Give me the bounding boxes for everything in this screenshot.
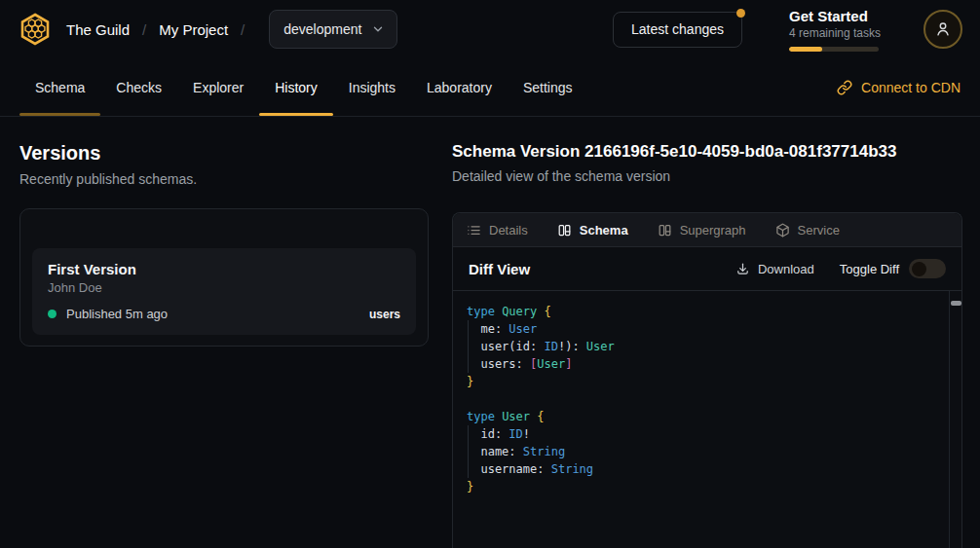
nav-tab-insights[interactable]: Insights (333, 58, 411, 116)
versions-list-card: First Version John Doe Published 5m ago … (19, 208, 429, 347)
versions-section: Versions Recently published schemas. Fir… (19, 142, 429, 548)
toggle-diff-label: Toggle Diff (840, 262, 899, 276)
schema-version-title: Schema Version 2166196f-5e10-4059-bd0a-0… (452, 142, 962, 162)
top-header: The Guild / My Project / development Lat… (0, 0, 980, 58)
schema-version-panel: Details Schema Supergraph (452, 212, 962, 548)
list-icon (467, 223, 481, 237)
nav-tab-label: Checks (116, 80, 162, 95)
columns-icon (658, 223, 672, 237)
code-block: type Query { me: User user(id: ID!): Use… (453, 291, 961, 507)
connect-to-cdn-button[interactable]: Connect to CDN (837, 58, 962, 116)
toggle-knob (912, 262, 926, 276)
get-started-widget[interactable]: Get Started 4 remaining tasks (789, 8, 879, 52)
versions-subtitle: Recently published schemas. (19, 171, 429, 187)
latest-changes-button[interactable]: Latest changes (613, 12, 742, 48)
notification-dot (736, 9, 745, 18)
version-list-item[interactable]: First Version John Doe Published 5m ago … (32, 248, 416, 335)
cube-icon (775, 223, 790, 237)
version-status: Published 5m ago (66, 307, 168, 321)
get-started-title: Get Started (789, 8, 879, 24)
panel-tab-label: Supergraph (680, 223, 746, 237)
nav-tab-label: Laboratory (427, 80, 492, 95)
version-author: John Doe (48, 280, 400, 295)
schema-code-viewer[interactable]: type Query { me: User user(id: ID!): Use… (453, 290, 961, 548)
chevron-down-icon (371, 22, 385, 36)
code-scrollbar-track (949, 291, 961, 548)
panel-tab-schema[interactable]: Schema (557, 223, 628, 237)
panel-tab-supergraph[interactable]: Supergraph (658, 223, 746, 237)
nav-tab-label: Explorer (193, 80, 244, 95)
get-started-subtitle: 4 remaining tasks (789, 26, 879, 40)
diff-view-header: Diff View Download Toggle Diff (453, 247, 961, 290)
version-name: First Version (48, 261, 400, 277)
header-right: Latest changes Get Started 4 remaining t… (613, 8, 962, 52)
service-badge: users (369, 308, 400, 321)
nav-tab-label: Schema (35, 80, 85, 95)
nav-tab-settings[interactable]: Settings (508, 58, 588, 116)
breadcrumb-separator: / (241, 21, 245, 38)
panel-tab-bar: Details Schema Supergraph (453, 213, 961, 247)
latest-changes-label: Latest changes (631, 21, 724, 37)
panel-tab-details[interactable]: Details (467, 223, 528, 237)
download-icon (735, 262, 750, 276)
versions-title: Versions (19, 142, 429, 164)
tab-underline (19, 113, 100, 116)
panel-tab-label: Service (798, 223, 840, 237)
published-dot-icon (48, 310, 57, 318)
nav-tab-schema[interactable]: Schema (19, 58, 100, 116)
hive-logo-icon[interactable] (18, 12, 53, 47)
main-content: Versions Recently published schemas. Fir… (0, 117, 980, 548)
panel-tab-service[interactable]: Service (775, 223, 840, 237)
nav-tab-checks[interactable]: Checks (100, 58, 177, 116)
schema-version-subtitle: Detailed view of the schema version (452, 168, 962, 184)
get-started-progress-fill (789, 47, 822, 52)
columns-icon (557, 223, 572, 237)
connect-to-cdn-label: Connect to CDN (861, 80, 961, 95)
nav-tab-explorer[interactable]: Explorer (177, 58, 259, 116)
user-icon (933, 19, 953, 39)
tab-underline (259, 113, 333, 116)
user-avatar[interactable] (923, 10, 962, 49)
nav-tab-label: History (275, 80, 318, 95)
nav-tab-history[interactable]: History (259, 58, 333, 116)
nav-tab-laboratory[interactable]: Laboratory (411, 58, 508, 116)
diff-view-title: Diff View (469, 261, 530, 277)
environment-selector-value: development (283, 21, 361, 37)
link-icon (837, 80, 852, 95)
environment-selector[interactable]: development (269, 10, 397, 49)
panel-tab-label: Details (489, 223, 528, 237)
breadcrumb-org[interactable]: The Guild (66, 21, 130, 38)
download-button[interactable]: Download (735, 262, 814, 276)
toggle-diff-control: Toggle Diff (840, 259, 946, 278)
download-label: Download (758, 262, 814, 276)
get-started-progress-track (789, 47, 879, 52)
diff-actions: Download Toggle Diff (735, 259, 946, 278)
code-scrollbar-thumb[interactable] (951, 301, 961, 306)
toggle-diff-switch[interactable] (909, 259, 946, 278)
schema-version-section: Schema Version 2166196f-5e10-4059-bd0a-0… (452, 142, 962, 548)
project-nav: Schema Checks Explorer History Insights … (0, 58, 980, 117)
nav-tab-label: Insights (349, 80, 396, 95)
breadcrumb-separator: / (142, 21, 146, 38)
breadcrumb-project[interactable]: My Project (159, 21, 228, 38)
panel-tab-label: Schema (580, 223, 628, 237)
version-status-row: Published 5m ago users (48, 307, 400, 321)
nav-tab-label: Settings (523, 80, 573, 95)
